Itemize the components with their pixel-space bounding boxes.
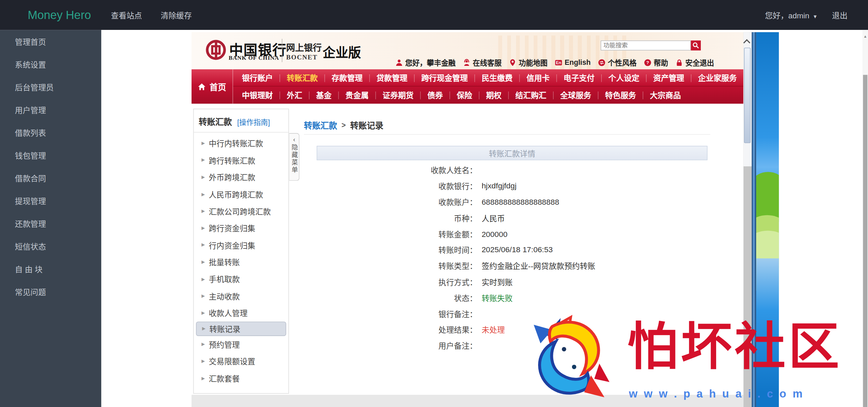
nav-item[interactable]: 资产管理 <box>646 74 691 82</box>
brand-logo[interactable]: Money Hero <box>28 8 91 22</box>
svg-text:?: ? <box>646 60 649 65</box>
userbar-item[interactable]: 安全退出 <box>675 57 714 68</box>
nav-item[interactable]: 存款管理 <box>324 74 369 82</box>
submenu-item-label: 跨行转账汇款 <box>209 155 255 166</box>
nav-item[interactable]: 中银理财 <box>235 91 280 99</box>
detail-value: 人民币 <box>481 212 505 223</box>
outer-scrollbar-thumb[interactable] <box>863 75 867 407</box>
userbar-item[interactable]: 您好，攀丰金融 <box>395 57 456 68</box>
nav-item[interactable]: 期权 <box>479 91 508 99</box>
search-button[interactable] <box>691 40 701 50</box>
detail-label: 转账时间： <box>316 244 477 255</box>
detail-value: 签约金融企业--网贷放款预约转账 <box>481 260 595 271</box>
sidebar-item[interactable]: 系统设置 <box>0 54 101 76</box>
submenu-item[interactable]: ▶跨行资金归集 <box>194 220 288 237</box>
nav-item[interactable]: 大宗商品 <box>643 91 688 99</box>
question-icon: ? <box>644 58 652 66</box>
nav-item[interactable]: 民生缴费 <box>474 74 519 82</box>
logout-link[interactable]: 退出 <box>832 10 848 21</box>
search-input[interactable] <box>600 40 691 50</box>
sidebar-item[interactable]: 自 由 块 <box>0 258 101 281</box>
inner-scrollbar[interactable] <box>744 32 752 407</box>
userbar-item[interactable]: 在线客服 <box>463 57 501 68</box>
wallpaper-hill <box>756 172 779 222</box>
sidebar-item[interactable]: 常见问题 <box>0 281 101 304</box>
submenu-item-label: 汇款公司跨境汇款 <box>209 205 271 217</box>
submenu-item[interactable]: ▶批量转账 <box>194 254 288 271</box>
bank-nav: 首页 银行账户转账汇款存款管理贷款管理跨行现金管理民生缴费信用卡电子支付个人设定… <box>192 69 744 104</box>
lock-icon <box>675 58 683 66</box>
nav-item[interactable]: 特色服务 <box>598 91 643 99</box>
chevron-up-icon <box>743 39 750 46</box>
operation-guide-link[interactable]: [操作指南] <box>237 118 270 127</box>
nav-item[interactable]: 转账汇款 <box>279 74 324 82</box>
nav-home[interactable]: 首页 <box>192 69 233 104</box>
triangle-right-icon: ▶ <box>201 310 205 315</box>
sidebar-item[interactable]: 后台管理员 <box>0 76 101 99</box>
topbar-link[interactable]: 清除缓存 <box>161 10 192 21</box>
submenu-item[interactable]: ▶行内资金归集 <box>194 237 288 254</box>
sidebar-item[interactable]: 借款合同 <box>0 167 101 190</box>
userbar-label: 安全退出 <box>685 57 714 68</box>
sidebar-item[interactable]: 还款管理 <box>0 213 101 236</box>
submenu-item[interactable]: ▶收款人管理 <box>194 304 288 321</box>
admin-sidebar: 管理首页系统设置后台管理员用户管理借款列表钱包管理借款合同提现管理还款管理短信状… <box>0 30 101 407</box>
submenu-item[interactable]: ▶预约管理 <box>194 336 288 353</box>
topbar-user-area: 您好，admin▼ 退出 <box>765 10 847 21</box>
detail-rows: 收款人姓名：收款银行：hjxdfgjfdgj收款账户：6888888888888… <box>316 162 708 353</box>
user-icon <box>395 58 403 66</box>
userbar-label: 功能地图 <box>519 57 548 68</box>
submenu-item[interactable]: ▶外币跨境汇款 <box>194 169 288 186</box>
nav-item[interactable]: 证券期货 <box>375 91 420 99</box>
userbar-label: 个性风格 <box>608 57 637 68</box>
submenu-item[interactable]: ▶中行内转账汇款 <box>194 135 288 152</box>
userbar-item[interactable]: 个性风格 <box>598 57 636 68</box>
nav-item[interactable]: 企业家服务 <box>691 74 744 82</box>
scroll-up-arrow-icon[interactable]: ▲ <box>863 34 868 38</box>
sidebar-menu: 管理首页系统设置后台管理员用户管理借款列表钱包管理借款合同提现管理还款管理短信状… <box>0 30 101 304</box>
sidebar-item[interactable]: 提现管理 <box>0 190 101 213</box>
inner-scrollbar-thumb[interactable] <box>744 48 751 143</box>
userbar-item[interactable]: EnEnglish <box>555 58 591 67</box>
userbar-label: English <box>565 58 591 67</box>
submenu-item[interactable]: ▶转账记录 <box>196 321 286 336</box>
nav-item[interactable]: 结汇购汇 <box>508 91 553 99</box>
user-menu[interactable]: 您好，admin▼ <box>765 10 817 21</box>
nav-item[interactable]: 信用卡 <box>519 74 556 82</box>
submenu-item-label: 汇款套餐 <box>209 373 240 384</box>
topbar-link[interactable]: 查看站点 <box>111 10 142 21</box>
sidebar-item[interactable]: 借款列表 <box>0 122 101 145</box>
submenu-item[interactable]: ▶汇款公司跨境汇款 <box>194 203 288 220</box>
nav-item[interactable]: 贵金属 <box>338 91 375 99</box>
submenu-item[interactable]: ▶主动收款 <box>194 288 288 304</box>
sidebar-item[interactable]: 管理首页 <box>0 31 101 54</box>
submenu-item[interactable]: ▶汇款套餐 <box>194 370 288 387</box>
scroll-up-button[interactable] <box>744 38 752 45</box>
sidebar-item[interactable]: 钱包管理 <box>0 145 101 167</box>
nav-item[interactable]: 银行账户 <box>235 74 280 82</box>
nav-item[interactable]: 债券 <box>420 91 450 99</box>
nav-item[interactable]: 外汇 <box>279 91 309 99</box>
nav-item[interactable]: 保险 <box>450 91 479 99</box>
triangle-right-icon: ▶ <box>201 259 205 264</box>
submenu-item[interactable]: ▶交易限额设置 <box>194 353 288 370</box>
nav-item[interactable]: 跨行现金管理 <box>414 74 474 82</box>
userbar-item[interactable]: ?帮助 <box>644 57 668 68</box>
nav-item[interactable]: 基金 <box>309 91 338 99</box>
nav-item[interactable]: 电子支付 <box>556 74 601 82</box>
submenu-item[interactable]: ▶人民币跨境汇款 <box>194 186 288 203</box>
sidebar-item[interactable]: 用户管理 <box>0 99 101 122</box>
submenu-item[interactable]: ▶跨行转账汇款 <box>194 152 288 169</box>
nav-item[interactable]: 个人设定 <box>601 74 646 82</box>
greeting-label: 您好，admin <box>765 11 809 20</box>
nav-item[interactable]: 全球服务 <box>553 91 598 99</box>
detail-label: 转账金额： <box>316 228 477 239</box>
triangle-right-icon: ▶ <box>201 175 205 180</box>
userbar-item[interactable]: 功能地图 <box>509 57 547 68</box>
submenu-item[interactable]: ▶手机取款 <box>194 271 288 288</box>
sidebar-item[interactable]: 短信状态 <box>0 236 101 258</box>
breadcrumb-section[interactable]: 转账汇款 <box>304 119 337 130</box>
nav-item[interactable]: 贷款管理 <box>369 74 414 82</box>
hide-menu-tab[interactable]: ‹ 隐藏菜单 <box>289 133 299 181</box>
outer-scrollbar[interactable]: ▲ <box>863 30 868 407</box>
